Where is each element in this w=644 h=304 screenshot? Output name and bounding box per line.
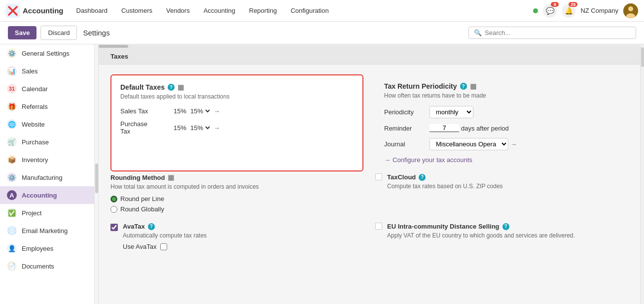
round-per-line-label: Round per Line xyxy=(120,195,164,203)
sales-tax-arrow[interactable]: → xyxy=(214,107,220,115)
toolbar: Save Discard Settings 🔍 xyxy=(0,22,644,44)
avatax-help-icon[interactable]: ? xyxy=(148,223,155,230)
eu-selling-checkbox[interactable] xyxy=(375,223,382,230)
tax-return-help-icon[interactable]: ? xyxy=(460,83,467,90)
sidebar-item-referrals[interactable]: 🎁 Referrals xyxy=(0,98,94,115)
sidebar: ⚙️ General Settings 📊 Sales 31 Calendar … xyxy=(0,44,95,304)
purchase-tax-dropdown[interactable]: 15% 10% 20% xyxy=(188,124,212,132)
avatar-icon xyxy=(623,3,638,18)
sidebar-label-inventory: Inventory xyxy=(22,156,48,164)
save-button[interactable]: Save xyxy=(8,26,36,39)
reminder-label: Reminder xyxy=(384,125,424,132)
sidebar-label-sales: Sales xyxy=(22,68,38,75)
avatax-checkbox[interactable] xyxy=(110,224,118,231)
use-avatax-label: Use AvaTax xyxy=(123,243,156,250)
use-avatax-checkbox[interactable] xyxy=(160,243,167,250)
journal-select[interactable]: Miscellaneous Operat xyxy=(429,138,508,150)
tax-return-grid-icon[interactable]: ▦ xyxy=(470,82,476,90)
notifications-badge: 26 xyxy=(569,2,577,7)
default-taxes-help-icon[interactable]: ? xyxy=(168,84,175,91)
tax-grid: Default Taxes ? ▦ Default taxes applied … xyxy=(110,74,628,171)
sales-tax-dropdown[interactable]: 15% 10% 20% xyxy=(188,107,212,115)
nav-customers[interactable]: Customers xyxy=(116,5,157,16)
sidebar-item-inventory[interactable]: 📦 Inventory xyxy=(0,151,94,169)
sidebar-item-project[interactable]: ✅ Project xyxy=(0,204,94,222)
default-taxes-desc: Default taxes applied to local transacti… xyxy=(120,93,354,100)
sidebar-label-manufacturing: Manufacturing xyxy=(22,174,62,181)
nav-configuration[interactable]: Configuration xyxy=(286,5,333,16)
taxcloud-section: TaxCloud ? Compute tax rates based on U.… xyxy=(375,173,628,213)
eu-selling-help-icon[interactable]: ? xyxy=(502,223,509,230)
taxcloud-help-icon[interactable]: ? xyxy=(419,174,426,181)
periodicity-select[interactable]: monthly quarterly yearly xyxy=(429,106,473,118)
round-globally-radio[interactable] xyxy=(110,206,117,213)
reminder-input[interactable] xyxy=(429,124,459,132)
taxcloud-checkbox[interactable] xyxy=(375,173,382,180)
purchase-tax-arrow[interactable]: → xyxy=(214,124,220,132)
messages-badge: 6 xyxy=(551,2,559,7)
sidebar-item-sales[interactable]: 📊 Sales xyxy=(0,62,94,80)
rounding-grid-icon[interactable]: ▦ xyxy=(168,173,174,181)
sidebar-item-employees[interactable]: 👤 Employees xyxy=(0,239,94,257)
sidebar-item-calendar[interactable]: 31 Calendar xyxy=(0,80,94,98)
app-name: Accounting xyxy=(23,6,64,15)
default-taxes-grid-icon[interactable]: ▦ xyxy=(178,83,184,91)
purchase-tax-select-group: 15% 15% 10% 20% → xyxy=(174,124,220,132)
avatax-title: AvaTax ? xyxy=(123,223,207,230)
sidebar-label-calendar: Calendar xyxy=(22,85,48,93)
svg-point-2 xyxy=(628,6,633,11)
nav-reporting[interactable]: Reporting xyxy=(244,5,282,16)
nav-dashboard[interactable]: Dashboard xyxy=(72,5,113,16)
purchase-tax-row: PurchaseTax 15% 15% 10% 20% → xyxy=(120,120,354,135)
configure-tax-link[interactable]: → Configure your tax accounts xyxy=(384,156,619,164)
sidebar-item-purchase[interactable]: 🛒 Purchase xyxy=(0,133,94,151)
nav-vendors[interactable]: Vendors xyxy=(161,5,195,16)
nav-accounting[interactable]: Accounting xyxy=(199,5,240,16)
sidebar-item-manufacturing[interactable]: ⚙️ Manufacturing xyxy=(0,169,94,186)
sidebar-label-purchase: Purchase xyxy=(22,138,49,146)
user-avatar[interactable] xyxy=(623,3,638,18)
sales-icon: 📊 xyxy=(7,66,17,76)
sidebar-item-website[interactable]: 🌐 Website xyxy=(0,115,94,133)
taxcloud-title: TaxCloud ? xyxy=(387,173,503,181)
round-globally-option[interactable]: Round Globally xyxy=(110,205,363,213)
journal-arrow[interactable]: → xyxy=(510,140,517,148)
round-per-line-radio[interactable] xyxy=(110,196,117,203)
logo-icon xyxy=(6,4,20,18)
journal-row: Journal Miscellaneous Operat → xyxy=(384,138,619,150)
sidebar-label-documents: Documents xyxy=(22,263,54,270)
sidebar-label-project: Project xyxy=(22,209,41,217)
periodicity-value: monthly quarterly yearly xyxy=(429,106,473,118)
sidebar-label-general-settings: General Settings xyxy=(22,50,70,57)
section-body: Default Taxes ? ▦ Default taxes applied … xyxy=(99,65,640,260)
discard-button[interactable]: Discard xyxy=(40,26,77,40)
general-settings-icon: ⚙️ xyxy=(7,48,17,58)
search-input[interactable] xyxy=(485,29,631,36)
journal-label: Journal xyxy=(384,140,424,148)
employees-icon: 👤 xyxy=(7,243,17,253)
eu-selling-content: EU Intra-community Distance Selling ? Ap… xyxy=(387,223,575,239)
round-per-line-option[interactable]: Round per Line xyxy=(110,195,363,203)
content-scrollbar[interactable] xyxy=(640,44,644,304)
tax-return-title: Tax Return Periodicity ? ▦ xyxy=(384,82,619,90)
sidebar-item-documents[interactable]: 📄 Documents xyxy=(0,257,94,275)
sidebar-item-email-marketing[interactable]: ✉️ Email Marketing xyxy=(0,222,94,239)
rounding-grid: Rounding Method ▦ How total tax amount i… xyxy=(110,173,628,213)
sidebar-item-general-settings[interactable]: ⚙️ General Settings xyxy=(0,44,94,62)
email-marketing-icon: ✉️ xyxy=(7,226,17,236)
topbar-right: 💬 6 🔔 26 NZ Company xyxy=(533,3,638,18)
rounding-title: Rounding Method ▦ xyxy=(110,173,363,181)
sidebar-scrollbar[interactable] xyxy=(95,44,99,304)
sidebar-label-employees: Employees xyxy=(22,245,53,252)
taxcloud-desc: Compute tax rates based on U.S. ZIP code… xyxy=(387,183,503,190)
messages-button[interactable]: 💬 6 xyxy=(543,4,557,18)
app-logo[interactable]: Accounting xyxy=(6,4,64,18)
sidebar-item-accounting[interactable]: A Accounting xyxy=(0,186,94,204)
eu-selling-title: EU Intra-community Distance Selling ? xyxy=(387,223,575,230)
tax-return-desc: How often tax returns have to be made xyxy=(384,92,619,99)
sidebar-label-accounting: Accounting xyxy=(22,192,57,199)
notifications-button[interactable]: 🔔 26 xyxy=(562,4,575,18)
referrals-icon: 🎁 xyxy=(7,101,17,111)
use-avatax-row: Use AvaTax xyxy=(123,243,207,250)
documents-icon: 📄 xyxy=(7,261,17,271)
